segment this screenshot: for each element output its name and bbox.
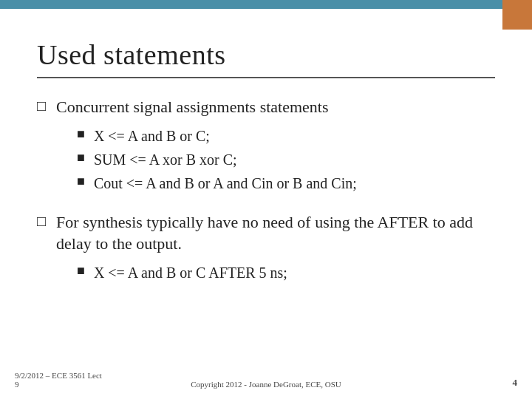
footer-left: 9/2/2012 – ECE 3561 Lect 9 bbox=[15, 371, 102, 389]
section-2: □ For synthesis typically have no need o… bbox=[37, 211, 495, 283]
footer-left-line1: 9/2/2012 – ECE 3561 Lect bbox=[15, 371, 102, 380]
sub-bullet-1-2: ■ SUM <= A xor B xor C; bbox=[77, 149, 495, 170]
main-bullet-text-1: Concurrent signal assignments statements bbox=[56, 96, 328, 118]
section-1: □ Concurrent signal assignments statemen… bbox=[37, 96, 495, 194]
sub-bullet-2-1: ■ X <= A and B or C AFTER 5 ns; bbox=[77, 262, 495, 283]
main-bullet-1: □ Concurrent signal assignments statemen… bbox=[37, 96, 495, 118]
sub-bullet-text-1-1: X <= A and B or C; bbox=[94, 126, 210, 146]
main-bullet-text-2: For synthesis typically have no need of … bbox=[56, 211, 495, 255]
title-divider bbox=[37, 77, 495, 78]
footer-page-number: 4 bbox=[513, 377, 518, 389]
sub-bullet-text-1-3: Cout <= A and B or A and Cin or B and Ci… bbox=[94, 173, 357, 194]
corner-decoration bbox=[502, 0, 532, 30]
sub-bullets-2: ■ X <= A and B or C AFTER 5 ns; bbox=[77, 262, 495, 283]
bullet-icon-2: □ bbox=[37, 213, 46, 230]
bullet-icon-1: □ bbox=[37, 98, 46, 115]
sub-bullet-1-1: ■ X <= A and B or C; bbox=[77, 126, 495, 146]
sub-bullet-icon-1-3: ■ bbox=[77, 174, 85, 189]
sub-bullet-text-1-2: SUM <= A xor B xor C; bbox=[94, 149, 237, 170]
sub-bullet-1-3: ■ Cout <= A and B or A and Cin or B and … bbox=[77, 173, 495, 194]
sub-bullet-icon-1-2: ■ bbox=[77, 150, 85, 166]
main-content: Used statements □ Concurrent signal assi… bbox=[0, 9, 532, 316]
main-bullet-2: □ For synthesis typically have no need o… bbox=[37, 211, 495, 255]
top-bar bbox=[0, 0, 532, 9]
sub-bullets-1: ■ X <= A and B or C; ■ SUM <= A xor B xo… bbox=[77, 126, 495, 194]
footer: 9/2/2012 – ECE 3561 Lect 9 Copyright 201… bbox=[0, 371, 532, 389]
page-title: Used statements bbox=[37, 38, 495, 71]
sub-bullet-icon-2-1: ■ bbox=[77, 263, 85, 279]
footer-center: Copyright 2012 - Joanne DeGroat, ECE, OS… bbox=[191, 380, 341, 389]
sub-bullet-icon-1-1: ■ bbox=[77, 126, 85, 142]
footer-left-line2: 9 bbox=[15, 380, 102, 389]
sub-bullet-text-2-1: X <= A and B or C AFTER 5 ns; bbox=[94, 262, 287, 283]
